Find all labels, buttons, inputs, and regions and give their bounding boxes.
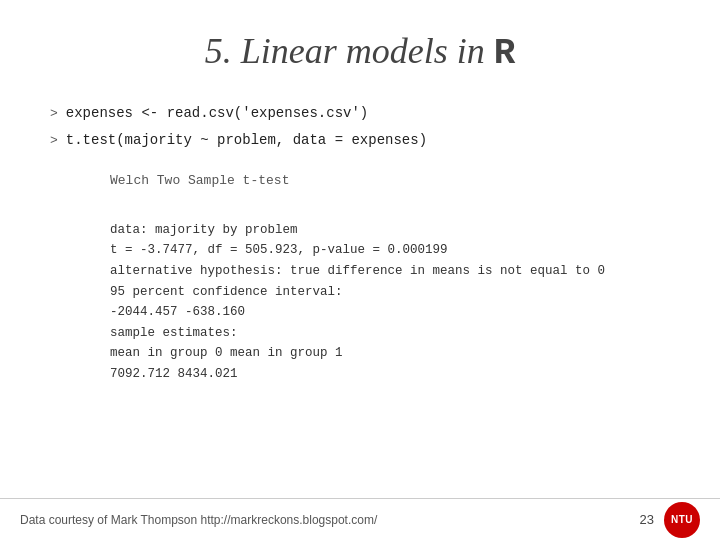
output-line-3: t = -3.7477, df = 505.923, p-value = 0.0… [110,240,670,261]
output-line-5: 95 percent confidence interval: [110,282,670,303]
prompt-1: > [50,104,58,125]
page-number: 23 [640,512,654,527]
output-line-7: sample estimates: [110,323,670,344]
slide-container: 5. Linear models in R > expenses <- read… [0,0,720,540]
slide-title: 5. Linear models in R [50,30,670,74]
footer-credit: Data courtesy of Mark Thompson http://ma… [20,513,377,527]
output-line-9: 7092.712 8434.021 [110,364,670,385]
output-line-2: data: majority by problem [110,220,670,241]
ntu-logo: NTU [664,502,700,538]
code-line-2: > t.test(majority ~ problem, data = expe… [50,129,670,152]
title-r: R [494,33,516,74]
code-line-1: > expenses <- read.csv('expenses.csv') [50,102,670,125]
code-text-2: t.test(majority ~ problem, data = expens… [66,129,427,151]
output-heading: Welch Two Sample t-test [110,170,670,191]
slide-footer: Data courtesy of Mark Thompson http://ma… [0,498,720,540]
output-line-4: alternative hypothesis: true difference … [110,261,670,282]
footer-right: 23 NTU [640,502,700,538]
code-text-1: expenses <- read.csv('expenses.csv') [66,102,368,124]
output-area: Welch Two Sample t-test data: majority b… [110,170,670,385]
prompt-2: > [50,131,58,152]
output-line-8: mean in group 0 mean in group 1 [110,343,670,364]
ntu-logo-text: NTU [671,514,693,525]
output-line-1 [110,199,670,220]
title-prefix: 5. Linear models in [205,31,494,71]
output-line-6: -2044.457 -638.160 [110,302,670,323]
